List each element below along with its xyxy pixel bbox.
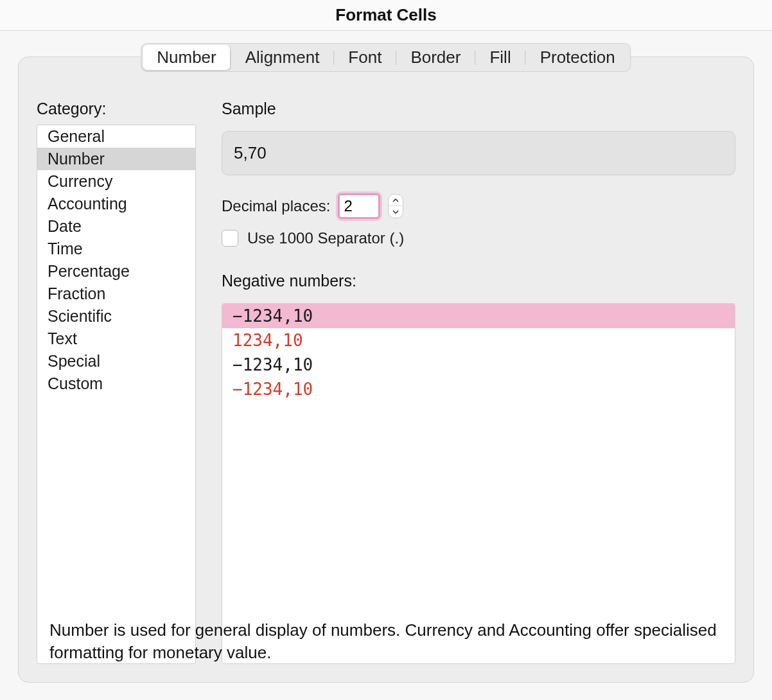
decimal-places-input[interactable]: [338, 193, 380, 219]
negative-numbers-label: Negative numbers:: [222, 272, 735, 290]
category-item-currency[interactable]: Currency: [37, 170, 195, 193]
negative-option-3[interactable]: −1234,10: [222, 377, 735, 401]
sample-box: 5,70: [222, 131, 735, 175]
tab-alignment[interactable]: Alignment: [231, 45, 334, 70]
negative-option-0[interactable]: −1234,10: [222, 304, 735, 328]
decimal-places-label: Decimal places:: [222, 197, 330, 215]
category-item-custom[interactable]: Custom: [37, 372, 195, 395]
category-item-time[interactable]: Time: [37, 238, 195, 260]
stepper-up-button[interactable]: [389, 195, 403, 206]
negative-numbers-list[interactable]: −1234,101234,10−1234,10−1234,10: [222, 303, 735, 664]
tab-font[interactable]: Font: [334, 45, 396, 70]
tab-border[interactable]: Border: [396, 45, 475, 70]
category-item-percentage[interactable]: Percentage: [37, 260, 195, 283]
window-title: Format Cells: [0, 0, 772, 31]
category-item-fraction[interactable]: Fraction: [37, 283, 195, 305]
format-panel: NumberAlignmentFontBorderFillProtection …: [18, 57, 754, 683]
panel-content: Category: GeneralNumberCurrencyAccountin…: [37, 100, 735, 664]
sample-label: Sample: [222, 100, 735, 118]
chevron-up-icon: [392, 198, 399, 202]
tab-number[interactable]: Number: [143, 45, 230, 70]
chevron-down-icon: [392, 210, 399, 214]
category-item-accounting[interactable]: Accounting: [37, 193, 195, 215]
tab-fill[interactable]: Fill: [475, 45, 525, 70]
category-item-text[interactable]: Text: [37, 328, 195, 350]
category-description: Number is used for general display of nu…: [49, 619, 723, 664]
separator-label: Use 1000 Separator (.): [247, 229, 404, 247]
category-list[interactable]: GeneralNumberCurrencyAccountingDateTimeP…: [37, 125, 196, 664]
stepper-down-button[interactable]: [389, 206, 403, 218]
separator-checkbox[interactable]: [222, 230, 238, 247]
decimal-row: Decimal places:: [222, 193, 735, 219]
negative-option-1[interactable]: 1234,10: [222, 328, 735, 353]
category-item-scientific[interactable]: Scientific: [37, 305, 195, 328]
category-item-general[interactable]: General: [37, 125, 195, 148]
category-label: Category:: [37, 100, 196, 118]
settings-column: Sample 5,70 Decimal places: Use 1000 Sep…: [222, 100, 735, 664]
negative-option-2[interactable]: −1234,10: [222, 353, 735, 377]
tabs-bar: NumberAlignmentFontBorderFillProtection: [141, 43, 631, 72]
category-item-special[interactable]: Special: [37, 350, 195, 372]
category-item-number[interactable]: Number: [37, 148, 195, 170]
tab-protection[interactable]: Protection: [526, 45, 629, 70]
category-column: Category: GeneralNumberCurrencyAccountin…: [37, 100, 196, 664]
category-item-date[interactable]: Date: [37, 215, 195, 238]
decimal-stepper: [388, 194, 403, 218]
separator-row: Use 1000 Separator (.): [222, 229, 735, 247]
